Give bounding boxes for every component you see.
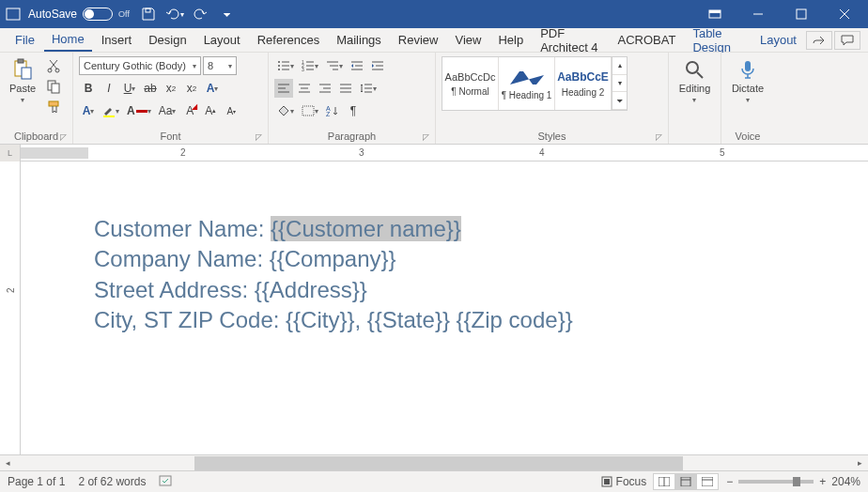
shrink-font-button[interactable]: A▾ — [222, 101, 240, 120]
redo-icon[interactable] — [190, 3, 212, 25]
doc-line-4[interactable]: City, ST ZIP Code: {{City}}, {{State}} {… — [94, 305, 573, 335]
tab-help[interactable]: Help — [490, 29, 531, 51]
font-color-button[interactable]: A▾ — [124, 101, 154, 120]
strikethrough-button[interactable]: ab — [141, 79, 160, 98]
style-heading1[interactable]: ¶ Heading 1 — [499, 57, 555, 110]
web-layout-button[interactable] — [696, 473, 719, 490]
show-marks-button[interactable]: ¶ — [344, 101, 363, 120]
align-right-button[interactable] — [316, 79, 334, 98]
tab-table-layout[interactable]: Layout — [752, 29, 804, 51]
horizontal-scrollbar[interactable]: ◂ ▸ — [0, 454, 868, 470]
svg-point-20 — [278, 65, 280, 67]
tab-insert[interactable]: Insert — [94, 29, 140, 51]
read-mode-button[interactable] — [653, 473, 675, 490]
maximize-button[interactable] — [780, 0, 823, 28]
page-viewport[interactable]: Customer Name: {{Customer name}} Company… — [21, 161, 868, 454]
style-heading2[interactable]: AaBbCcE Heading 2 — [555, 57, 612, 110]
vertical-ruler[interactable]: 2 — [0, 161, 21, 454]
dictate-button[interactable]: Dictate ▾ — [728, 56, 767, 106]
tab-file[interactable]: File — [8, 29, 42, 51]
launcher-icon[interactable]: ◸ — [60, 132, 67, 142]
italic-button[interactable]: I — [100, 79, 118, 98]
ruler-corner[interactable]: L — [0, 145, 21, 161]
svg-rect-14 — [52, 84, 59, 93]
superscript-button[interactable]: x2 — [182, 79, 201, 98]
format-painter-button[interactable] — [43, 98, 64, 116]
launcher-icon[interactable]: ◸ — [656, 132, 662, 142]
increase-indent-button[interactable] — [368, 56, 387, 75]
zoom-level[interactable]: 204% — [831, 475, 860, 488]
group-styles-label: Styles — [538, 131, 566, 142]
justify-button[interactable] — [336, 79, 355, 98]
doc-line-3[interactable]: Street Address: {{Address}} — [94, 275, 573, 305]
grow-font-button[interactable]: A▴ — [201, 101, 220, 120]
numbering-button[interactable]: 123▾ — [299, 56, 321, 75]
copy-button[interactable] — [43, 77, 64, 96]
document-area: 2 Customer Name: {{Customer name}} Compa… — [0, 161, 868, 454]
microphone-icon — [736, 58, 759, 81]
save-icon[interactable] — [137, 3, 160, 25]
dictate-label: Dictate — [732, 83, 764, 94]
styles-scroll[interactable]: ▴▾⏷ — [612, 57, 627, 110]
word-count[interactable]: 2 of 62 words — [78, 475, 146, 488]
launcher-icon[interactable]: ◸ — [256, 132, 262, 142]
bullets-button[interactable]: ▾ — [274, 56, 297, 75]
font-size-combo[interactable]: 8▾ — [203, 56, 237, 75]
borders-button[interactable]: ▾ — [299, 101, 321, 120]
qat-customize-icon[interactable]: ⏷ — [216, 3, 239, 25]
tab-review[interactable]: Review — [391, 29, 446, 51]
undo-icon[interactable]: ▾ — [163, 3, 186, 25]
change-case-button[interactable]: Aa▾ — [156, 101, 179, 120]
styles-gallery[interactable]: AaBbCcDc ¶ Normal ¶ Heading 1 AaBbCcE He… — [442, 56, 628, 111]
selected-field[interactable]: {{Customer name}} — [271, 216, 461, 241]
text-highlight-button[interactable]: A▾ — [79, 101, 98, 120]
autosave-switch[interactable] — [83, 8, 113, 21]
group-clipboard-label: Clipboard — [14, 131, 58, 142]
cut-button[interactable] — [43, 56, 64, 75]
align-center-button[interactable] — [295, 79, 314, 98]
line-spacing-button[interactable]: ▾ — [357, 79, 380, 98]
share-button[interactable] — [806, 31, 832, 50]
style-normal[interactable]: AaBbCcDc ¶ Normal — [442, 57, 499, 110]
launcher-icon[interactable]: ◸ — [423, 132, 429, 142]
comments-button[interactable] — [834, 31, 860, 50]
multilevel-list-button[interactable]: ▾ — [323, 56, 346, 75]
tab-view[interactable]: View — [447, 29, 488, 51]
zoom-control[interactable]: − + 204% — [726, 475, 860, 488]
autosave-toggle[interactable]: AutoSave Off — [28, 8, 130, 21]
tab-acrobat[interactable]: ACROBAT — [611, 29, 684, 51]
clear-formatting-button[interactable]: A◢ — [180, 101, 199, 120]
doc-line-1[interactable]: Customer Name: {{Customer name}} — [94, 214, 573, 244]
tab-layout[interactable]: Layout — [196, 29, 248, 51]
paste-button[interactable]: Paste ▾ — [6, 56, 39, 106]
tab-mailings[interactable]: Mailings — [329, 29, 389, 51]
text-effects-button[interactable]: A▾ — [203, 79, 222, 98]
sort-button[interactable]: AZ — [323, 101, 342, 120]
page-indicator[interactable]: Page 1 of 1 — [8, 475, 65, 488]
align-left-button[interactable] — [274, 79, 293, 98]
tab-home[interactable]: Home — [44, 28, 92, 52]
zoom-slider[interactable] — [738, 480, 814, 484]
scroll-left-icon[interactable]: ◂ — [0, 455, 16, 471]
font-name-combo[interactable]: Century Gothic (Body)▾ — [79, 56, 201, 75]
horizontal-ruler[interactable]: L 2 3 4 5 — [0, 145, 868, 161]
tab-references[interactable]: References — [250, 29, 327, 51]
scroll-right-icon[interactable]: ▸ — [852, 455, 868, 471]
zoom-out-button[interactable]: − — [726, 475, 733, 488]
doc-line-2[interactable]: Company Name: {{Company}} — [94, 244, 573, 274]
bold-button[interactable]: B — [79, 79, 98, 98]
spellcheck-icon[interactable] — [159, 475, 174, 488]
editing-button[interactable]: Editing ▾ — [675, 56, 715, 106]
zoom-in-button[interactable]: + — [819, 475, 826, 488]
shading-button[interactable]: ▾ — [274, 101, 297, 120]
underline-button[interactable]: U▾ — [120, 79, 139, 98]
decrease-indent-button[interactable] — [348, 56, 366, 75]
print-layout-button[interactable] — [674, 473, 697, 490]
tab-design[interactable]: Design — [141, 29, 194, 51]
svg-rect-16 — [103, 115, 115, 117]
focus-mode[interactable]: Focus — [601, 475, 647, 488]
find-icon — [683, 58, 705, 81]
highlight-color-button[interactable]: ▾ — [100, 101, 122, 120]
close-button[interactable] — [823, 0, 866, 28]
subscript-button[interactable]: x2 — [162, 79, 180, 98]
